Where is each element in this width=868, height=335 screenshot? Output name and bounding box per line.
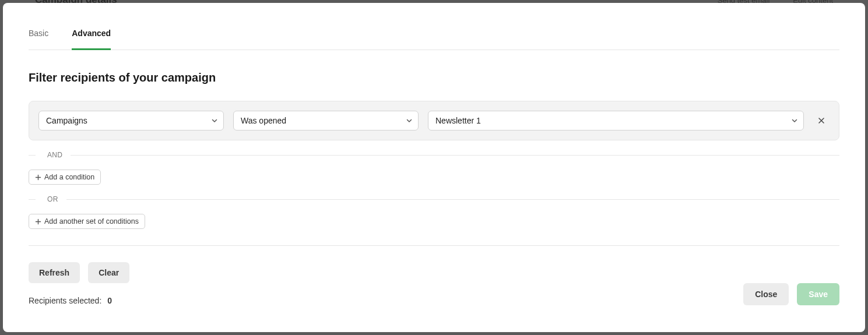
remove-condition-button[interactable]: [813, 112, 830, 129]
tab-basic[interactable]: Basic: [29, 29, 48, 50]
recipients-status: Recipients selected: 0: [29, 296, 129, 305]
close-icon: [817, 117, 825, 125]
add-condition-button[interactable]: Add a condition: [29, 170, 101, 185]
condition-value-select[interactable]: Newsletter 1: [428, 111, 804, 131]
condition-operator-select[interactable]: Was opened: [233, 111, 419, 131]
tab-advanced[interactable]: Advanced: [72, 29, 111, 50]
plus-icon: [35, 174, 41, 181]
plus-icon: [35, 218, 41, 225]
save-button[interactable]: Save: [797, 283, 839, 305]
add-set-label: Add another set of conditions: [44, 217, 139, 225]
footer-divider: [29, 245, 839, 246]
modal-footer: Refresh Clear Recipients selected: 0 Clo…: [29, 262, 839, 317]
clear-button[interactable]: Clear: [88, 262, 129, 283]
add-condition-label: Add a condition: [44, 173, 94, 181]
condition-group: Campaigns Was opened Newsletter 1: [29, 101, 839, 140]
section-title: Filter recipients of your campaign: [29, 71, 839, 84]
close-button[interactable]: Close: [743, 283, 789, 305]
and-label: AND: [36, 151, 71, 159]
add-set-button[interactable]: Add another set of conditions: [29, 214, 145, 229]
filter-modal: Basic Advanced Filter recipients of your…: [3, 3, 865, 332]
refresh-button[interactable]: Refresh: [29, 262, 80, 283]
recipients-label-text: Recipients selected:: [29, 296, 101, 305]
tab-bar: Basic Advanced: [29, 29, 839, 50]
condition-field-select[interactable]: Campaigns: [38, 111, 224, 131]
or-divider: OR: [29, 195, 839, 203]
and-divider: AND: [29, 151, 839, 159]
or-label: OR: [36, 195, 66, 203]
recipients-count: 0: [107, 296, 112, 305]
